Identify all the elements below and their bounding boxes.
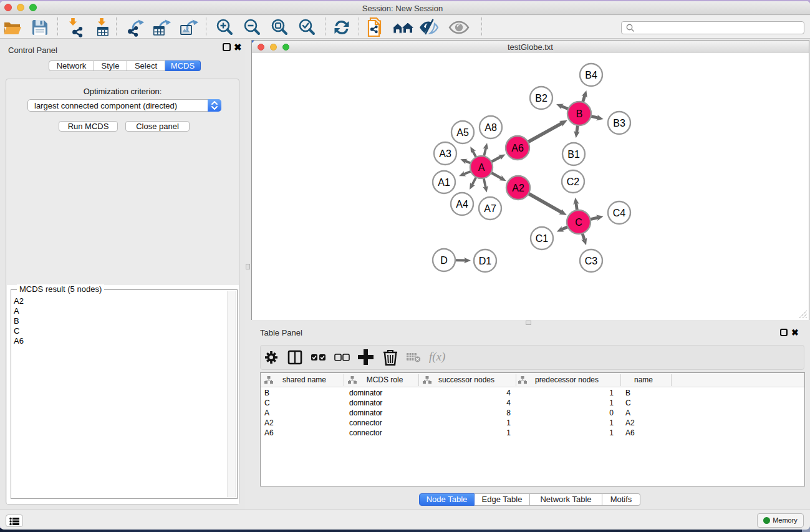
svg-text:A7: A7: [484, 203, 496, 214]
svg-text:D1: D1: [479, 256, 492, 266]
svg-text:A4: A4: [456, 199, 468, 210]
svg-text:A8: A8: [485, 122, 497, 133]
svg-text:C1: C1: [536, 233, 549, 244]
svg-text:A6: A6: [511, 143, 524, 153]
svg-text:A2: A2: [512, 183, 524, 193]
svg-text:A3: A3: [439, 148, 451, 159]
svg-text:B1: B1: [567, 149, 580, 160]
svg-text:C3: C3: [585, 256, 598, 266]
svg-text:A5: A5: [456, 127, 469, 138]
svg-text:B: B: [576, 109, 583, 119]
svg-text:C: C: [575, 217, 582, 228]
svg-text:A: A: [478, 162, 485, 173]
svg-text:C2: C2: [567, 177, 580, 187]
svg-text:D: D: [440, 255, 448, 266]
svg-text:C4: C4: [613, 208, 626, 218]
svg-text:B2: B2: [535, 93, 547, 104]
svg-text:B4: B4: [585, 70, 597, 80]
svg-text:A1: A1: [438, 177, 450, 188]
svg-text:B3: B3: [613, 118, 625, 128]
